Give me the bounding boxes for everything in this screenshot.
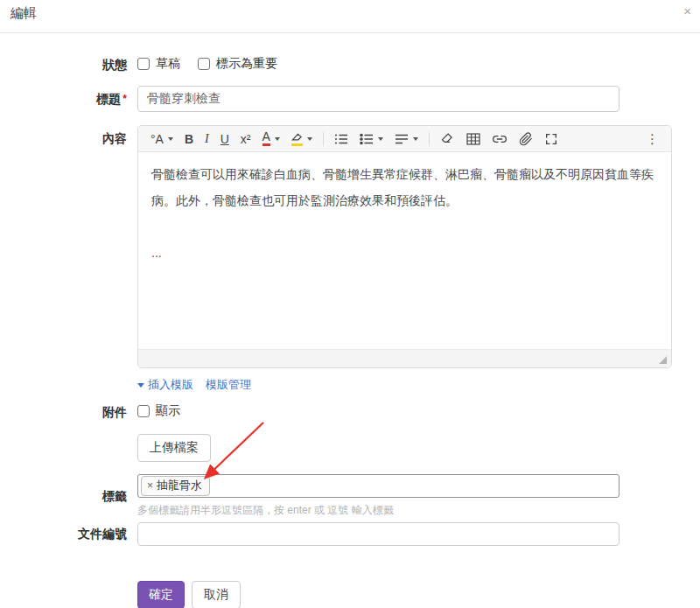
more-options-button[interactable]: ⋮ [640,129,664,150]
highlight-color-button[interactable] [286,129,318,150]
tags-row: 標籤 × 抽龍骨水 多個標籤請用半形逗號區隔，按 enter 或 逗號 輸入標籤 [0,474,700,518]
close-icon[interactable]: × [683,3,691,18]
editor-statusbar [138,349,671,367]
highlight-color-icon [291,132,303,146]
attachment-row: 附件 顯示 上傳檔案 [0,403,700,462]
content-label: 內容 [0,129,127,147]
toolbar-separator [323,132,324,146]
status-label: 狀態 [0,56,127,73]
status-row: 狀態 草稿 標示為重要 [0,56,700,73]
superscript-button[interactable]: x² [235,129,256,150]
dialog-title: 編輯 [10,5,37,22]
unordered-list-button[interactable] [354,129,388,150]
actions-row: 確定 取消 [0,581,700,608]
fullscreen-button[interactable] [539,129,564,150]
insert-template-link[interactable]: 插入模版 [137,377,193,393]
tag-text: 抽龍骨水 [157,478,202,493]
editor-toolbar: °A B I U x² A [138,126,671,152]
italic-button[interactable]: I [200,129,214,150]
attachment-label: 附件 [0,403,127,421]
doc-number-label: 文件編號 [0,522,127,546]
confirm-button[interactable]: 確定 [137,581,185,608]
align-button[interactable] [389,129,424,150]
important-checkbox-label: 標示為重要 [216,56,277,72]
required-asterisk: * [122,93,127,105]
checkbox-icon[interactable] [137,405,150,417]
chevron-down-icon [137,383,144,388]
chevron-down-icon [168,137,173,141]
editor-content-area[interactable]: 骨髓檢查可以用來確診白血病、骨髓增生異常症候群、淋巴瘤、骨髓瘤以及不明原因貧血等… [138,152,671,349]
header-divider [0,32,700,33]
template-links: 插入模版 模版管理 [137,377,672,393]
manage-template-link[interactable]: 模版管理 [206,377,251,393]
draft-checkbox-label: 草稿 [156,56,180,72]
paperclip-icon[interactable] [514,129,538,150]
chevron-down-icon [307,137,312,141]
content-row: 內容 °A B I U x² A [0,125,700,393]
checkbox-icon[interactable] [137,58,150,70]
important-checkbox[interactable]: 標示為重要 [198,56,277,72]
edit-dialog: 編輯 × 狀態 草稿 標示為重要 標題* 內容 °A [0,0,700,608]
toolbar-separator [429,132,430,146]
bold-button[interactable]: B [179,129,199,150]
font-color-button[interactable]: A [257,129,285,150]
show-attachment-checkbox[interactable]: 顯示 [137,403,211,419]
doc-number-input[interactable] [137,522,620,546]
ordered-list-button[interactable] [329,129,354,150]
title-input[interactable] [137,86,620,112]
eraser-button[interactable] [435,129,460,150]
chevron-down-icon [413,137,418,141]
table-button[interactable] [461,129,486,150]
tags-input[interactable]: × 抽龍骨水 [137,474,620,498]
upload-file-button[interactable]: 上傳檔案 [137,434,211,462]
chevron-down-icon [378,137,383,141]
tags-hint: 多個標籤請用半形逗號區隔，按 enter 或 逗號 輸入標籤 [137,503,620,518]
editor-paragraph: ... [151,240,658,266]
font-style-button[interactable]: °A [145,129,178,150]
font-color-icon: A [262,131,270,146]
title-label: 標題* [0,86,127,112]
rich-text-editor: °A B I U x² A [137,125,672,368]
tag-chip: × 抽龍骨水 [141,476,210,496]
remove-tag-icon[interactable]: × [147,479,153,492]
doc-number-row: 文件編號 [0,522,700,546]
link-icon[interactable] [486,129,513,150]
cancel-button[interactable]: 取消 [192,581,241,608]
editor-paragraph: 骨髓檢查可以用來確診白血病、骨髓增生異常症候群、淋巴瘤、骨髓瘤以及不明原因貧血等… [151,161,658,213]
draft-checkbox[interactable]: 草稿 [137,56,180,72]
tags-label: 標籤 [0,485,127,508]
resize-handle-icon[interactable] [659,356,667,364]
show-attachment-label: 顯示 [156,403,180,419]
title-row: 標題* [0,86,700,112]
checkbox-icon[interactable] [198,58,210,70]
chevron-down-icon [275,137,280,141]
underline-button[interactable]: U [215,129,234,150]
